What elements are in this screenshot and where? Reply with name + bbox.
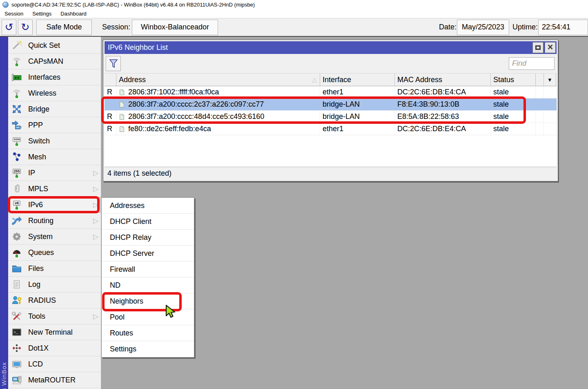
table-header: Address△ Interface MAC Address Status ▼ [105, 73, 557, 86]
submenu-arrow-icon: ▷ [93, 169, 98, 177]
menu-session[interactable]: Session [0, 10, 28, 18]
undo-button[interactable]: ↺ [2, 20, 16, 35]
table-row[interactable]: R2806:3f7:a200:cccc:48d4:cce5:c493:6160b… [105, 111, 557, 123]
sidebar-item-label: Interfaces [26, 73, 60, 82]
cell-mac-address: F8:E4:3B:90:13:0B [395, 98, 491, 110]
find-input[interactable] [509, 57, 555, 70]
sidebar-item-metarouter[interactable]: MetaROUTER [8, 372, 101, 388]
context-menu-item-neighbors[interactable]: Neighbors [102, 293, 194, 309]
sidebar-item-label: LCD [26, 360, 43, 369]
ipv6-context-menu: AddressesDHCP ClientDHCP RelayDHCP Serve… [101, 197, 194, 358]
sidebar-item-switch[interactable]: Switch [8, 133, 101, 149]
submenu-arrow-icon: ▷ [93, 217, 98, 225]
sidebar-item-label: Switch [26, 137, 50, 145]
cell-interface: ether1 [320, 123, 395, 135]
sidebar-item-label: MetaROUTER [26, 376, 76, 385]
sidebar-item-lcd[interactable]: LCD [8, 356, 101, 372]
sidebar-item-ip[interactable]: 255IP▷ [8, 165, 101, 181]
context-menu-item-routes[interactable]: Routes [102, 325, 194, 341]
header-mac-address[interactable]: MAC Address [395, 74, 491, 86]
cell-interface: bridge-LAN [320, 111, 395, 123]
sidebar: Quick SetCAPsMANInterfacesWirelessBridge… [8, 37, 101, 389]
window-titlebar[interactable]: IPv6 Neighbor List × [105, 41, 557, 54]
header-flags[interactable] [105, 74, 116, 86]
sidebar-item-tools[interactable]: Tools▷ [8, 309, 101, 324]
cell-address: 2806:3f7:a200:cccc:2c37:a226:c097:cc77 [116, 98, 320, 110]
sidebar-item-dot1x[interactable]: Dot1X [8, 340, 101, 356]
context-menu-item-nd[interactable]: ND [102, 277, 194, 293]
window-statusbar: 4 items (1 selected) [105, 167, 557, 180]
sidebar-item-ppp[interactable]: PPP [8, 117, 101, 133]
sidebar-item-new-terminal[interactable]: >_New Terminal [8, 324, 101, 340]
context-menu-item-dhcp-client[interactable]: DHCP Client [102, 214, 194, 230]
sidebar-item-capsman[interactable]: CAPsMAN [8, 54, 101, 69]
svg-text:v6: v6 [15, 201, 19, 205]
header-interface[interactable]: Interface [320, 74, 395, 86]
dot1x-icon [11, 342, 26, 354]
uptime-label: Uptime: [512, 23, 538, 31]
cell-interface: ether1 [320, 86, 395, 98]
cell-address: fe80::de2c:6eff:fedb:e4ca [116, 123, 320, 135]
close-button[interactable]: × [545, 42, 556, 53]
antenna-icon [11, 87, 26, 99]
context-menu-item-pool[interactable]: Pool [102, 309, 194, 325]
table-row[interactable]: Rfe80::de2c:6eff:fedb:e4caether1DC:2C:6E… [105, 123, 557, 135]
sidebar-item-queues[interactable]: Queues [8, 245, 101, 261]
sidebar-item-mesh[interactable]: Mesh [8, 149, 101, 165]
maximize-button[interactable] [532, 42, 543, 53]
context-menu-item-dhcp-server[interactable]: DHCP Server [102, 246, 194, 262]
sidebar-item-system[interactable]: System▷ [8, 229, 101, 245]
paperclip-icon [11, 183, 26, 194]
sidebar-item-ipv6[interactable]: v6IPv6▷ [8, 197, 101, 213]
magic-wand-icon [11, 40, 26, 51]
column-select-button[interactable]: ▼ [544, 74, 556, 86]
maximize-icon [535, 45, 541, 50]
routing-arrows-icon [11, 215, 26, 226]
sidebar-item-label: IP [26, 169, 35, 177]
terminal-icon: >_ [11, 326, 26, 338]
funnel-icon [109, 59, 118, 69]
cell-flags: R [105, 86, 116, 98]
sidebar-item-log[interactable]: Log [8, 277, 101, 293]
session-field[interactable]: Winbox-Balanceador [132, 20, 218, 35]
cell-mac-address: DC:2C:6E:DB:E4:CA [395, 123, 491, 135]
entry-icon [119, 114, 125, 120]
switch-icon [11, 135, 26, 147]
header-status[interactable]: Status [491, 74, 536, 86]
context-menu-item-addresses[interactable]: Addresses [102, 198, 194, 214]
svg-text:>_: >_ [13, 331, 18, 335]
context-menu-item-firewall[interactable]: Firewall [102, 262, 194, 277]
cell-status: stale [491, 123, 536, 135]
sidebar-item-radius[interactable]: RADIUS [8, 293, 101, 309]
session-label: Session: [102, 23, 130, 31]
antenna-icon [11, 56, 26, 67]
close-icon: × [548, 42, 553, 52]
menu-settings[interactable]: Settings [28, 10, 56, 18]
header-address[interactable]: Address△ [116, 74, 320, 86]
cell-flags: R [105, 111, 116, 123]
submenu-arrow-icon: ▷ [93, 233, 98, 241]
sidebar-item-files[interactable]: Files [8, 261, 101, 277]
sidebar-item-interfaces[interactable]: Interfaces [8, 69, 101, 85]
window-title: IPv6 Neighbor List [108, 43, 168, 52]
sidebar-item-mpls[interactable]: MPLS▷ [8, 181, 101, 197]
cell-status: stale [491, 98, 536, 110]
filter-button[interactable] [106, 56, 121, 71]
context-menu-item-dhcp-relay[interactable]: DHCP Relay [102, 230, 194, 246]
sidebar-item-routing[interactable]: Routing▷ [8, 213, 101, 229]
tools-icon [11, 311, 26, 322]
context-menu-item-settings[interactable]: Settings [102, 341, 194, 357]
sidebar-item-quick-set[interactable]: Quick Set [8, 38, 101, 54]
sidebar-item-wireless[interactable]: Wireless [8, 85, 101, 101]
menu-dashboard[interactable]: Dashboard [56, 10, 91, 18]
safe-mode-button[interactable]: Safe Mode [36, 20, 92, 35]
folder-icon [11, 263, 26, 274]
sidebar-item-bridge[interactable]: Bridge [8, 101, 101, 117]
main-toolbar: ↺ ↻ Safe Mode Session: Winbox-Balanceado… [0, 18, 588, 36]
sidebar-item-label: System [26, 233, 53, 241]
table-row[interactable]: 2806:3f7:a200:cccc:2c37:a226:c097:cc77br… [105, 98, 557, 111]
sidebar-item-label: Tools [26, 312, 45, 321]
ppp-icon [11, 119, 26, 131]
redo-button[interactable]: ↻ [18, 20, 33, 35]
table-row[interactable]: R2806:3f7:1002::ffff:f0ca:f0caether1DC:2… [105, 86, 557, 98]
